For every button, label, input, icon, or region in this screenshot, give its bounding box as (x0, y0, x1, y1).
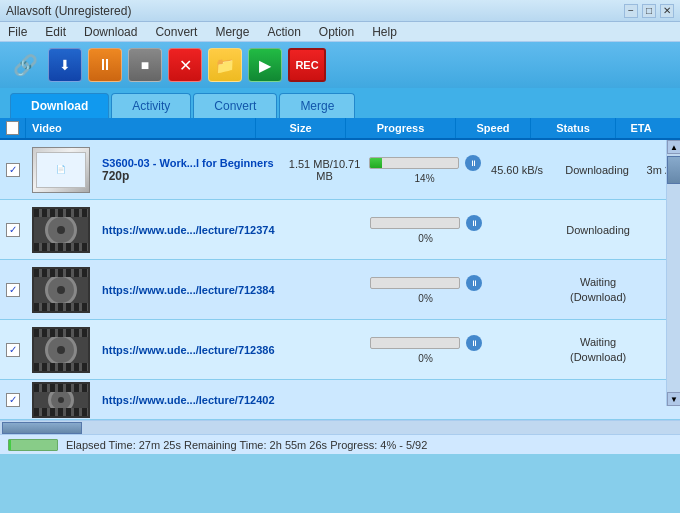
col-speed: Speed (456, 118, 531, 138)
col-eta: ETA (616, 118, 666, 138)
app-title: Allavsoft (Unregistered) (6, 4, 131, 18)
tab-convert[interactable]: Convert (193, 93, 277, 118)
film-reel-icon (32, 327, 90, 373)
table-row: https://www.ude.../lecture/712402 (0, 380, 680, 420)
scroll-up-arrow[interactable]: ▲ (667, 140, 680, 154)
col-video: Video (26, 118, 256, 138)
menu-item-merge[interactable]: Merge (211, 25, 253, 39)
table-row: 📄 S3600-03 - Work...l for Beginners 720p… (0, 140, 680, 200)
scroll-thumb[interactable] (667, 156, 680, 184)
menu-item-download[interactable]: Download (80, 25, 141, 39)
cancel-button[interactable]: ✕ (168, 48, 202, 82)
folder-button[interactable]: 📁 (208, 48, 242, 82)
row-size: 1.51 MB/10.71 MB (280, 158, 370, 182)
row-progress: ⏸ 14% (370, 155, 480, 184)
menu-bar: FileEditDownloadConvertMergeActionOption… (0, 22, 680, 42)
menu-item-convert[interactable]: Convert (151, 25, 201, 39)
link-button[interactable]: 🔗 (8, 48, 42, 82)
tabs-bar: Download Activity Convert Merge (0, 88, 680, 118)
status-bar: Elapsed Time: 27m 25s Remaining Time: 2h… (0, 434, 680, 454)
col-status: Status (531, 118, 616, 138)
play-button[interactable]: ▶ (248, 48, 282, 82)
select-all-checkbox[interactable] (6, 121, 19, 135)
row-status: Downloading (555, 164, 640, 176)
table-row: https://www.ude.../lecture/712384 ⏸ 0% W… (0, 260, 680, 320)
download-list: 📄 S3600-03 - Work...l for Beginners 720p… (0, 140, 680, 420)
status-text: Elapsed Time: 27m 25s Remaining Time: 2h… (66, 439, 427, 451)
col-size: Size (256, 118, 346, 138)
film-reel-icon (32, 267, 90, 313)
close-button[interactable]: ✕ (660, 4, 674, 18)
scroll-down-arrow[interactable]: ▼ (667, 392, 680, 406)
row-checkbox[interactable] (0, 163, 26, 177)
menu-item-action[interactable]: Action (263, 25, 304, 39)
col-progress: Progress (346, 118, 456, 138)
horizontal-scrollbar[interactable] (0, 420, 680, 434)
add-download-button[interactable]: ⬇ (48, 48, 82, 82)
pause-button[interactable]: ⏸ (88, 48, 122, 82)
pause-icon[interactable]: ⏸ (465, 155, 481, 171)
film-reel-icon (32, 382, 90, 418)
stop-button[interactable]: ■ (128, 48, 162, 82)
menu-item-file[interactable]: File (4, 25, 31, 39)
menu-item-option[interactable]: Option (315, 25, 358, 39)
row-title: S3600-03 - Work...l for Beginners (102, 157, 274, 169)
table-row: https://www.ude.../lecture/712386 ⏸ 0% W… (0, 320, 680, 380)
minimize-button[interactable]: − (624, 4, 638, 18)
hscroll-thumb[interactable] (2, 422, 82, 434)
row-info: S3600-03 - Work...l for Beginners 720p (96, 153, 280, 187)
menu-item-edit[interactable]: Edit (41, 25, 70, 39)
tab-activity[interactable]: Activity (111, 93, 191, 118)
row-quality: 720p (102, 169, 274, 183)
film-reel-icon (32, 207, 90, 253)
row-speed: 45.60 kB/s (480, 164, 555, 176)
window-controls: − □ ✕ (624, 4, 674, 18)
tab-merge[interactable]: Merge (279, 93, 355, 118)
table-header: Video Size Progress Speed Status ETA (0, 118, 680, 140)
vertical-scrollbar[interactable]: ▲ ▼ (666, 140, 680, 406)
menu-item-help[interactable]: Help (368, 25, 401, 39)
row-thumbnail: 📄 (26, 143, 96, 197)
table-row: https://www.ude.../lecture/712374 ⏸ 0% D… (0, 200, 680, 260)
overall-progress-bar (8, 439, 58, 451)
maximize-button[interactable]: □ (642, 4, 656, 18)
toolbar: 🔗 ⬇ ⏸ ■ ✕ 📁 ▶ REC (0, 42, 680, 88)
title-bar: Allavsoft (Unregistered) − □ ✕ (0, 0, 680, 22)
tab-download[interactable]: Download (10, 93, 109, 118)
rec-button[interactable]: REC (288, 48, 326, 82)
